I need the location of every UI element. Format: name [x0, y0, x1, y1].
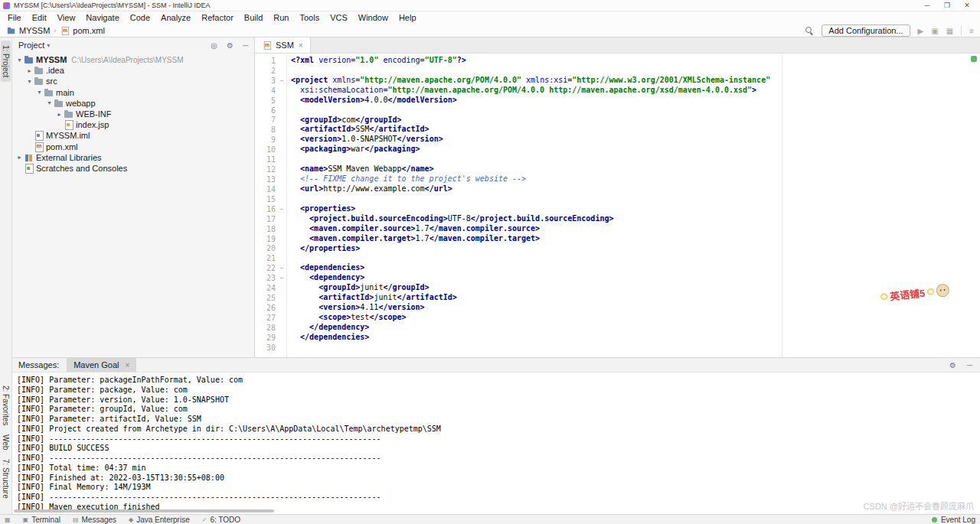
gutter-row[interactable]: 2 — [255, 66, 286, 76]
line-number[interactable]: 5 — [255, 96, 277, 105]
code-line[interactable] — [291, 343, 980, 353]
tree-expander-icon[interactable]: ▸ — [25, 67, 34, 74]
tool-stripe-2-favorites[interactable]: 2: Favorites — [1, 381, 11, 430]
code-line[interactable] — [291, 253, 980, 263]
code-line[interactable]: <groupId>com</groupId> — [291, 116, 980, 125]
hide-panel-icon[interactable] — [967, 361, 972, 369]
tree-item-webapp[interactable]: ▾webapp — [12, 98, 254, 109]
line-number[interactable]: 8 — [255, 125, 277, 134]
gutter-row[interactable]: 20 — [255, 244, 286, 254]
code-line[interactable]: <packaging>war</packaging> — [291, 145, 980, 155]
line-number[interactable]: 10 — [255, 145, 277, 154]
add-configuration-button[interactable]: Add Configuration... — [822, 24, 910, 37]
gutter-row[interactable]: 15 — [255, 194, 286, 204]
tool-stripe-web[interactable]: Web — [1, 430, 11, 454]
code-line[interactable]: <project xmlns="http://maven.apache.org/… — [291, 76, 980, 86]
line-number[interactable]: 2 — [255, 67, 277, 75]
code-line[interactable]: <maven.compiler.target>1.7</maven.compil… — [291, 234, 980, 244]
gutter-row[interactable]: 24 — [255, 283, 286, 293]
line-number[interactable]: 16 — [255, 205, 277, 213]
statusbar-todo[interactable]: 6: TODO — [202, 516, 240, 524]
line-number[interactable]: 21 — [255, 254, 277, 262]
line-number[interactable]: 17 — [255, 215, 277, 223]
tool-window-switcher-icon[interactable] — [5, 516, 11, 523]
gutter-row[interactable]: 4 — [255, 86, 286, 96]
maven-goal-tab[interactable]: Maven Goal — [67, 358, 136, 372]
horizontal-scrollbar[interactable] — [14, 509, 274, 513]
code-line[interactable]: <!-- FIXME change it to the project's we… — [291, 174, 980, 184]
coverage-icon[interactable] — [946, 27, 953, 35]
fold-marker-icon[interactable]: − — [277, 206, 286, 213]
gutter-row[interactable]: 18 — [255, 224, 286, 234]
code-line[interactable]: <?xml version="1.0" encoding="UTF-8"?> — [291, 56, 980, 66]
menu-build[interactable]: Build — [239, 11, 268, 24]
close-tab-icon[interactable] — [299, 41, 303, 50]
line-number[interactable]: 18 — [255, 225, 277, 233]
code-area[interactable]: <?xml version="1.0" encoding="UTF-8"?><p… — [287, 54, 980, 357]
gutter-row[interactable]: 21 — [255, 253, 286, 263]
code-line[interactable]: <groupId>junit</groupId> — [291, 283, 980, 293]
gutter-row[interactable]: 27 — [255, 313, 286, 323]
gutter-row[interactable]: 28 — [255, 323, 286, 333]
menu-view[interactable]: View — [52, 11, 81, 24]
tree-item-index-jsp[interactable]: index.jsp — [12, 119, 254, 130]
statusbar-messages[interactable]: Messages — [73, 516, 116, 524]
gutter-row[interactable]: 12 — [255, 164, 286, 174]
gutter-row[interactable]: 9 — [255, 135, 286, 145]
line-number[interactable]: 13 — [255, 175, 277, 184]
menu-code[interactable]: Code — [125, 11, 155, 24]
code-line[interactable]: <modelVersion>4.0.0</modelVersion> — [291, 96, 980, 106]
gutter-row[interactable]: 30 — [255, 343, 286, 353]
code-line[interactable] — [291, 106, 980, 116]
maximize-button[interactable]: ❐ — [937, 1, 957, 11]
fold-marker-icon[interactable]: − — [277, 265, 286, 272]
line-number[interactable]: 28 — [255, 324, 277, 332]
line-number[interactable]: 15 — [255, 195, 277, 203]
run-icon[interactable] — [918, 27, 924, 35]
tool-options-icon[interactable] — [969, 27, 974, 35]
line-number[interactable]: 3 — [255, 76, 277, 85]
tree-item-web-inf[interactable]: ▸WEB-INF — [12, 109, 254, 119]
line-number[interactable]: 26 — [255, 304, 277, 312]
code-line[interactable]: xsi:schemaLocation="http://maven.apache.… — [291, 86, 980, 96]
editor-tab-ssm[interactable]: SSM — [255, 37, 311, 53]
gutter-row[interactable]: 8 — [255, 125, 286, 135]
line-number[interactable]: 23 — [255, 274, 277, 282]
gutter-row[interactable]: 19 — [255, 234, 286, 244]
search-everywhere-icon[interactable] — [805, 27, 814, 35]
code-line[interactable]: <dependencies> — [291, 263, 980, 273]
menu-file[interactable]: File — [2, 11, 27, 24]
code-line[interactable]: <scope>test</scope> — [291, 313, 980, 323]
gutter-row[interactable]: 13 — [255, 174, 286, 184]
code-line[interactable]: <artifactId>junit</artifactId> — [291, 293, 980, 303]
code-line[interactable]: </dependency> — [291, 323, 980, 333]
code-line[interactable]: </dependencies> — [291, 333, 980, 343]
hide-panel-icon[interactable] — [243, 41, 248, 50]
settings-gear-icon[interactable] — [227, 41, 234, 50]
inspection-status-icon[interactable] — [971, 56, 977, 62]
breadcrumb-item-myssm[interactable]: MYSSM — [6, 26, 50, 35]
line-number[interactable]: 6 — [255, 106, 277, 115]
gutter-row[interactable]: 14 — [255, 184, 286, 194]
code-line[interactable]: <url>http://www.example.com</url> — [291, 184, 980, 194]
tool-stripe-7-structure[interactable]: 7: Structure — [1, 454, 11, 503]
line-number[interactable]: 27 — [255, 314, 277, 322]
code-line[interactable]: <maven.compiler.source>1.7</maven.compil… — [291, 224, 980, 234]
tree-item-scratches-and-consoles[interactable]: Scratches and Consoles — [12, 163, 254, 174]
tree-expander-icon[interactable]: ▾ — [25, 78, 34, 85]
tree-expander-icon[interactable]: ▾ — [35, 89, 44, 96]
line-number[interactable]: 22 — [255, 264, 277, 272]
code-line[interactable]: <properties> — [291, 204, 980, 214]
menu-navigate[interactable]: Navigate — [80, 11, 124, 24]
menu-window[interactable]: Window — [353, 11, 394, 24]
tree-expander-icon[interactable]: ▾ — [45, 99, 54, 106]
line-number[interactable]: 24 — [255, 284, 277, 292]
gutter-row[interactable]: 6 — [255, 106, 286, 116]
menu-refactor[interactable]: Refactor — [196, 11, 239, 24]
line-number[interactable]: 20 — [255, 244, 277, 252]
menu-analyze[interactable]: Analyze — [155, 11, 196, 24]
line-number[interactable]: 4 — [255, 86, 277, 95]
fold-marker-icon[interactable]: − — [277, 77, 286, 84]
menu-edit[interactable]: Edit — [27, 11, 52, 24]
gutter-row[interactable]: 23− — [255, 273, 286, 283]
